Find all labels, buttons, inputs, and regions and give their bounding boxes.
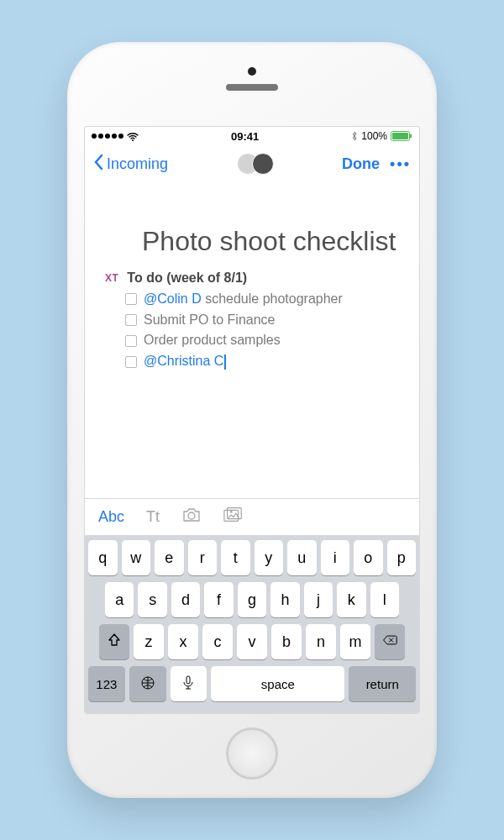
key-m[interactable]: m (340, 624, 370, 659)
phone-frame: 09:41 100% Incoming (67, 42, 437, 798)
svg-point-7 (230, 511, 233, 513)
key-z[interactable]: z (134, 624, 164, 659)
checkbox[interactable] (125, 356, 137, 368)
key-p[interactable]: p (387, 540, 417, 575)
task-text[interactable]: schedule photographer (202, 291, 343, 306)
globe-key[interactable] (129, 666, 166, 701)
svg-rect-9 (186, 676, 190, 684)
key-n[interactable]: n (306, 624, 336, 659)
key-v[interactable]: v (237, 624, 267, 659)
key-t[interactable]: t (221, 540, 250, 575)
text-cursor (224, 354, 226, 370)
wifi-icon (127, 132, 139, 141)
note-content[interactable]: Photo shoot checklist XT To do (week of … (85, 182, 419, 498)
battery-percent: 100% (361, 130, 387, 142)
back-label: Incoming (107, 155, 168, 173)
svg-rect-2 (392, 133, 408, 139)
space-key[interactable]: space (211, 666, 344, 701)
key-s[interactable]: s (138, 582, 166, 617)
numbers-key[interactable]: 123 (88, 666, 125, 701)
key-j[interactable]: j (304, 582, 333, 617)
key-g[interactable]: g (238, 582, 266, 617)
mention[interactable]: @Christina C (144, 354, 223, 368)
status-time: 09:41 (231, 130, 259, 143)
heading-marker: XT (105, 272, 118, 284)
key-l[interactable]: l (370, 582, 399, 617)
key-w[interactable]: w (122, 540, 151, 575)
done-button[interactable]: Done (342, 155, 380, 173)
keyboard: q w e r t y u i o p a s d f g h j k l (85, 535, 419, 713)
svg-point-0 (132, 139, 134, 141)
mic-key[interactable] (171, 666, 207, 701)
screen: 09:41 100% Incoming (84, 126, 420, 714)
checkbox[interactable] (125, 293, 137, 305)
key-a[interactable]: a (105, 582, 134, 617)
checkbox[interactable] (125, 314, 137, 326)
collaborator-avatars[interactable] (237, 153, 274, 175)
signal-dots-icon (92, 134, 123, 139)
key-e[interactable]: e (155, 540, 184, 575)
key-c[interactable]: c (202, 624, 233, 659)
note-title[interactable]: Photo shoot checklist (142, 226, 399, 257)
task-row[interactable]: @Colin D schedule photographer (125, 289, 399, 310)
shift-icon (107, 633, 122, 652)
return-key[interactable]: return (349, 666, 416, 701)
gallery-icon[interactable] (223, 507, 244, 528)
shift-key[interactable] (99, 624, 129, 659)
backspace-key[interactable] (375, 624, 405, 659)
key-f[interactable]: f (204, 582, 233, 617)
phone-speaker (226, 84, 278, 91)
section-heading[interactable]: To do (week of 8/1) (127, 270, 247, 286)
key-q[interactable]: q (88, 540, 118, 575)
phone-sensor (248, 67, 256, 76)
key-o[interactable]: o (354, 540, 383, 575)
task-text[interactable]: Submit PO to Finance (144, 310, 276, 331)
svg-point-4 (188, 512, 195, 519)
key-h[interactable]: h (270, 582, 299, 617)
mic-icon (182, 675, 194, 693)
key-k[interactable]: k (337, 582, 365, 617)
checkbox[interactable] (125, 335, 137, 347)
key-y[interactable]: y (255, 540, 284, 575)
key-x[interactable]: x (168, 624, 198, 659)
key-i[interactable]: i (321, 540, 350, 575)
camera-icon[interactable] (181, 507, 202, 528)
bluetooth-icon (351, 131, 358, 142)
status-bar: 09:41 100% (85, 127, 419, 145)
task-row[interactable]: Order product samples (125, 330, 399, 351)
nav-bar: Incoming Done ••• (85, 145, 419, 182)
home-button[interactable] (226, 727, 278, 780)
key-r[interactable]: r (188, 540, 218, 575)
chevron-left-icon (93, 154, 105, 175)
format-toolbar: Abc Tt (85, 498, 419, 535)
backspace-icon (382, 633, 397, 652)
globe-icon (140, 675, 155, 693)
back-button[interactable]: Incoming (93, 154, 168, 175)
svg-rect-3 (410, 134, 412, 139)
title-mode-button[interactable]: Tt (146, 508, 160, 526)
more-button[interactable]: ••• (390, 155, 411, 173)
key-d[interactable]: d (171, 582, 200, 617)
avatar (252, 153, 274, 175)
key-u[interactable]: u (287, 540, 317, 575)
task-row[interactable]: Submit PO to Finance (125, 310, 399, 331)
text-mode-button[interactable]: Abc (98, 508, 124, 526)
task-row[interactable]: @Christina C (125, 351, 399, 372)
task-text[interactable]: Order product samples (144, 330, 281, 351)
mention[interactable]: @Colin D (144, 291, 202, 306)
key-b[interactable]: b (271, 624, 302, 659)
battery-icon (391, 131, 412, 141)
